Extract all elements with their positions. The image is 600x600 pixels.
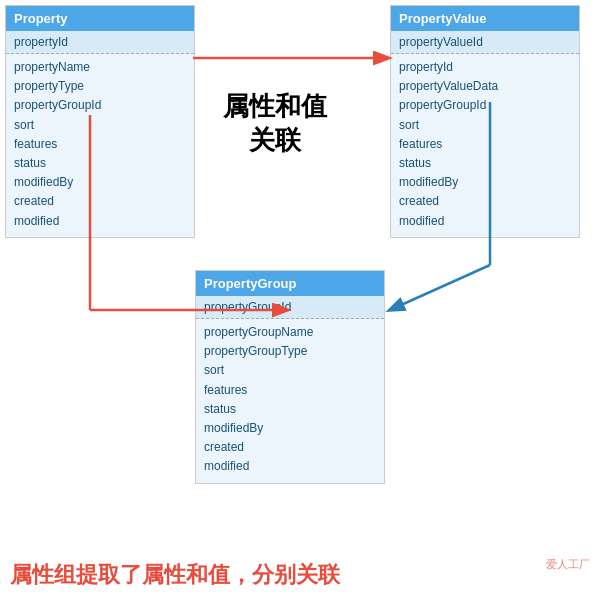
- field-sort: sort: [399, 116, 571, 135]
- field-modified: modified: [399, 212, 571, 231]
- field-created: created: [14, 192, 186, 211]
- field-created: created: [204, 438, 376, 457]
- field-propertyGroupName: propertyGroupName: [204, 323, 376, 342]
- propertyvalue-entity: PropertyValue propertyValueId propertyId…: [390, 5, 580, 238]
- field-modifiedBy: modifiedBy: [204, 419, 376, 438]
- field-propertyType: propertyType: [14, 77, 186, 96]
- field-propertyName: propertyName: [14, 58, 186, 77]
- bottom-label: 属性组提取了属性和值，分别关联: [10, 560, 340, 590]
- field-status: status: [204, 400, 376, 419]
- field-features: features: [399, 135, 571, 154]
- field-modifiedBy: modifiedBy: [14, 173, 186, 192]
- field-sort: sort: [204, 361, 376, 380]
- field-propertyGroupType: propertyGroupType: [204, 342, 376, 361]
- property-pk: propertyId: [6, 31, 194, 54]
- field-sort: sort: [14, 116, 186, 135]
- propertygroup-pk: propertyGroupId: [196, 296, 384, 319]
- field-propertyGroupId: propertyGroupId: [399, 96, 571, 115]
- field-status: status: [399, 154, 571, 173]
- field-features: features: [14, 135, 186, 154]
- field-propertyId: propertyId: [399, 58, 571, 77]
- field-status: status: [14, 154, 186, 173]
- propertyvalue-header: PropertyValue: [391, 6, 579, 31]
- field-features: features: [204, 381, 376, 400]
- watermark: 爱人工厂: [546, 557, 590, 572]
- propertygroup-entity: PropertyGroup propertyGroupId propertyGr…: [195, 270, 385, 484]
- propertyvalue-fields: propertyIdpropertyValueDatapropertyGroup…: [391, 54, 579, 237]
- svg-line-7: [390, 265, 490, 310]
- field-created: created: [399, 192, 571, 211]
- center-label: 属性和值关联: [200, 90, 350, 158]
- field-propertyValueData: propertyValueData: [399, 77, 571, 96]
- property-entity: Property propertyId propertyNameproperty…: [5, 5, 195, 238]
- field-modified: modified: [204, 457, 376, 476]
- field-modified: modified: [14, 212, 186, 231]
- field-propertyGroupId: propertyGroupId: [14, 96, 186, 115]
- propertygroup-fields: propertyGroupNamepropertyGroupTypesortfe…: [196, 319, 384, 483]
- property-fields: propertyNamepropertyTypepropertyGroupIds…: [6, 54, 194, 237]
- propertyvalue-pk: propertyValueId: [391, 31, 579, 54]
- property-header: Property: [6, 6, 194, 31]
- field-modifiedBy: modifiedBy: [399, 173, 571, 192]
- propertygroup-header: PropertyGroup: [196, 271, 384, 296]
